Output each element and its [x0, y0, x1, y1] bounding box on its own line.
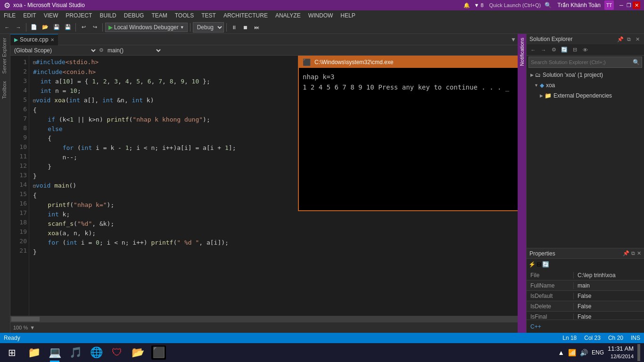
- se-props-btn[interactable]: ⚙: [549, 45, 559, 55]
- menu-architecture[interactable]: ARCHITECTURE: [220, 11, 272, 20]
- prop-tb3[interactable]: 🔄: [542, 261, 549, 268]
- prop-row-isdefault: IsDefault False: [527, 291, 644, 301]
- se-solution-item[interactable]: ▶ 🗂 Solution 'xoa' (1 project): [527, 70, 644, 80]
- se-search-box[interactable]: 🔍: [528, 57, 642, 68]
- play-icon: ▶: [108, 24, 113, 31]
- arrow1: ▼: [534, 83, 538, 88]
- close-btn[interactable]: ✕: [633, 1, 640, 9]
- se-pin-btn[interactable]: 📌: [617, 35, 624, 43]
- notifications-btn[interactable]: 🔔: [463, 2, 470, 8]
- taskbar-cmd[interactable]: ⬛: [148, 343, 169, 362]
- tb-forward[interactable]: →: [13, 22, 24, 33]
- menu-debug[interactable]: DEBUG: [120, 11, 148, 20]
- debug-btn-label: Local Windows Debugger: [114, 24, 179, 31]
- tb-save[interactable]: 💾: [51, 22, 62, 33]
- horizontal-scrollbar[interactable]: [10, 316, 518, 322]
- code-area[interactable]: 1 2 3 4 5 6 7 8 9 10 11 12 13 14 15 16 1…: [10, 56, 518, 316]
- editor-area: ▶ Source.cpp ✕ ▼ (Global Scope) ⚙ main()…: [10, 34, 518, 333]
- server-explorer-tab[interactable]: Server Explorer: [0, 34, 10, 77]
- sep3: [102, 23, 103, 32]
- menu-analyze[interactable]: ANALYZE: [272, 11, 305, 20]
- se-expand-btn[interactable]: ⧉: [625, 35, 633, 43]
- taskbar-file-explorer[interactable]: 📁: [24, 343, 44, 362]
- tb-redo[interactable]: ↪: [90, 22, 100, 33]
- source-tab[interactable]: ▶ Source.cpp ✕: [10, 34, 58, 45]
- debug-run-btn[interactable]: ▶ Local Windows Debugger ▼: [105, 23, 188, 32]
- tab-close[interactable]: ✕: [50, 37, 54, 42]
- tb-back[interactable]: ←: [2, 22, 12, 33]
- se-back-btn[interactable]: ←: [528, 45, 538, 55]
- menu-window[interactable]: WINDOW: [305, 11, 337, 20]
- start-button[interactable]: ⊞: [0, 343, 24, 362]
- taskbar-music[interactable]: 🎵: [65, 343, 86, 362]
- notifications-tab[interactable]: Notifications: [518, 34, 526, 70]
- se-header-btns: 📌 ⧉ ✕: [617, 35, 641, 43]
- scope-select[interactable]: (Global Scope): [12, 46, 97, 55]
- se-showall-btn[interactable]: 👁: [580, 45, 590, 55]
- h-scroll-thumb[interactable]: [11, 317, 40, 321]
- tab-icon: ▶: [14, 37, 18, 43]
- search-icon[interactable]: 🔍: [545, 2, 552, 8]
- menu-help[interactable]: HELP: [337, 11, 359, 20]
- menu-test[interactable]: TEST: [198, 11, 220, 20]
- clock-date: 12/6/2014: [608, 353, 634, 360]
- taskbar-security[interactable]: 🛡: [107, 343, 127, 362]
- zoom-dropdown[interactable]: ▼: [30, 325, 35, 330]
- function-select[interactable]: main(): [106, 46, 162, 55]
- se-forward-btn[interactable]: →: [539, 45, 548, 55]
- prop-expand-btn[interactable]: ⧉: [631, 250, 635, 256]
- show-desktop-btn[interactable]: [637, 344, 640, 361]
- se-collapse-btn[interactable]: ⊟: [570, 45, 579, 55]
- prop-header: Properties 📌 ⧉ ✕: [527, 248, 644, 259]
- prop-val-isdefault: False: [574, 293, 644, 299]
- prop-val-isdelete: False: [574, 303, 644, 310]
- sep2: [75, 23, 76, 32]
- tb-open[interactable]: 📂: [40, 22, 50, 33]
- config-select[interactable]: Debug: [193, 22, 224, 33]
- menu-view[interactable]: VIEW: [40, 11, 62, 20]
- se-refresh-btn[interactable]: 🔄: [560, 45, 569, 55]
- notifications-sidebar: Notifications: [518, 34, 526, 333]
- menu-project[interactable]: PROJECT: [62, 11, 96, 20]
- tb-bp2[interactable]: ⏹: [240, 22, 251, 33]
- tb-save-all[interactable]: 💾: [63, 22, 73, 33]
- tb-new[interactable]: 📄: [29, 22, 39, 33]
- taskbar-explorer2[interactable]: 📂: [127, 343, 148, 362]
- tb-undo[interactable]: ↩: [78, 22, 89, 33]
- se-search-input[interactable]: [531, 59, 633, 65]
- vs-logo: ⚙: [4, 1, 10, 10]
- se-project-item[interactable]: ▼ ◆ xoa: [527, 80, 644, 90]
- menu-file[interactable]: FILE: [0, 11, 19, 20]
- minimize-btn[interactable]: ─: [618, 1, 625, 9]
- prop-pin-btn[interactable]: 📌: [623, 250, 629, 256]
- arrow0: ▶: [530, 73, 534, 77]
- arrow2: ▶: [540, 93, 543, 98]
- prop-tb2[interactable]: ⊟: [537, 261, 541, 268]
- tab-dropdown[interactable]: ▼: [509, 36, 518, 43]
- maximize-btn[interactable]: ❐: [625, 1, 633, 9]
- taskbar-vs[interactable]: 💻: [44, 343, 65, 362]
- prop-row-file: File C:\lep trinh\xoa: [527, 270, 644, 280]
- sep1: [26, 23, 26, 32]
- sep5: [226, 23, 227, 32]
- menu-tools[interactable]: TOOLS: [171, 11, 198, 20]
- solution-explorer: Solution Explorer 📌 ⧉ ✕ ← → ⚙ 🔄 ⊟ 👁 🔍 ▶: [526, 34, 644, 333]
- tb-bp1[interactable]: ⏸: [229, 22, 239, 33]
- taskbar: ⊞ 📁 💻 🎵 🌐 🛡 📂 ⬛ ▲ 📶 🔊 ENG 11:31 AM 12/6/…: [0, 343, 644, 362]
- user-avatar: TT: [604, 0, 614, 10]
- toolbox-tab[interactable]: Toolbox: [0, 77, 10, 103]
- menu-build[interactable]: BUILD: [96, 11, 120, 20]
- project-label: xoa: [546, 82, 555, 89]
- prop-footer: C++: [527, 320, 644, 333]
- menu-edit[interactable]: EDIT: [19, 11, 40, 20]
- taskbar-up-arrow[interactable]: ▲: [558, 349, 564, 356]
- tb-bp3[interactable]: ⏭: [252, 22, 262, 33]
- menu-team[interactable]: TEAM: [148, 11, 171, 20]
- prop-tb1[interactable]: ⚡: [528, 261, 536, 268]
- prop-close-btn[interactable]: ✕: [637, 250, 641, 256]
- se-extdeps-item[interactable]: ▶ 📁 External Dependencies: [527, 90, 644, 101]
- se-close-btn[interactable]: ✕: [634, 35, 641, 43]
- taskbar-chrome[interactable]: 🌐: [86, 343, 107, 362]
- properties-panel: Properties 📌 ⧉ ✕ ⚡ ⊟ 🔄 File C:\lep trinh…: [527, 248, 644, 333]
- prop-table: File C:\lep trinh\xoa FullName main IsDe…: [527, 270, 644, 320]
